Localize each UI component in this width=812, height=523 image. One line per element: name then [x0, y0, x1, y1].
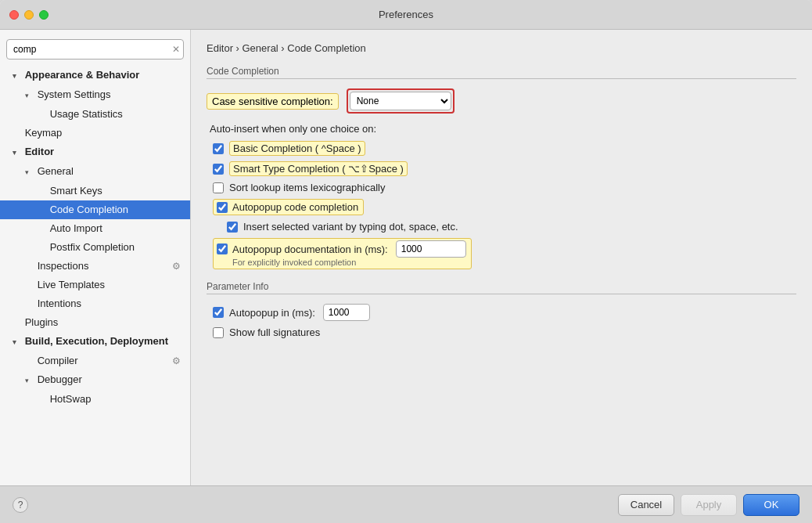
sidebar-item-label: Keymap	[25, 125, 63, 141]
case-sensitive-row: Case sensitive completion: None All Firs…	[207, 88, 796, 114]
ok-button[interactable]: OK	[743, 494, 799, 516]
sidebar-item-hotswap[interactable]: HotSwap	[0, 390, 190, 409]
param-autopopup-input[interactable]	[323, 304, 370, 321]
minimize-button[interactable]	[24, 10, 34, 20]
autopopup-doc-highlight: Autopopup documentation in (ms): For exp…	[213, 238, 472, 269]
basic-completion-checkbox[interactable]	[213, 143, 224, 154]
auto-insert-label: Auto-insert when only one choice on:	[207, 123, 796, 135]
sidebar-item-label: Auto Import	[50, 221, 102, 236]
sidebar-item-code-completion[interactable]: Code Completion	[0, 200, 190, 219]
sidebar-item-plugins[interactable]: Plugins	[0, 313, 190, 332]
autopopup-doc-checkbox[interactable]	[217, 243, 228, 254]
parameter-info-title: Parameter Info	[207, 281, 268, 292]
insert-selected-label: Insert selected variant by typing dot, s…	[243, 221, 458, 233]
show-full-signatures-row: Show full signatures	[207, 326, 796, 338]
sidebar-item-label: Intentions	[38, 296, 81, 312]
sidebar-item-compiler[interactable]: Compiler ⚙	[0, 352, 190, 370]
autopopup-row: Autopopup code completion	[207, 199, 796, 215]
autopopup-highlight-wrapper: Autopopup code completion	[213, 199, 364, 215]
case-sensitive-label: Case sensitive completion:	[207, 93, 339, 110]
expand-arrow: ▾	[13, 334, 22, 350]
parameter-info-section: Parameter Info	[207, 280, 796, 294]
content-area: Editor › General › Code Completion Code …	[191, 30, 812, 485]
gear-icon: ⚙	[172, 258, 181, 274]
expand-arrow: ▾	[13, 68, 22, 84]
sidebar-item-smart-keys[interactable]: Smart Keys	[0, 182, 190, 200]
code-completion-section-title: Code Completion	[207, 66, 279, 77]
sidebar-item-label: Compiler	[38, 353, 78, 369]
basic-completion-label: Basic Completion ( ^Space )	[229, 141, 365, 156]
sidebar-item-postfix-completion[interactable]: Postfix Completion	[0, 238, 190, 257]
expand-arrow: ▾	[25, 164, 34, 180]
sidebar: ✕ ▾ Appearance & Behavior ▾ System Setti…	[0, 30, 191, 485]
expand-arrow: ▾	[13, 145, 22, 161]
traffic-lights	[9, 10, 49, 20]
param-autopopup-label: Autopopup in (ms):	[229, 307, 315, 319]
autopopup-doc-inner: Autopopup documentation in (ms):	[217, 240, 466, 258]
sort-lookup-row: Sort lookup items lexicographically	[207, 182, 796, 193]
sidebar-item-label: System Settings	[38, 87, 111, 103]
sidebar-item-usage-statistics[interactable]: Usage Statistics	[0, 105, 190, 124]
sidebar-item-inspections[interactable]: Inspections ⚙	[0, 257, 190, 276]
expand-arrow: ▾	[25, 88, 34, 103]
sidebar-item-appearance-behavior[interactable]: ▾ Appearance & Behavior	[0, 66, 190, 85]
gear-icon: ⚙	[172, 353, 181, 369]
help-icon: ?	[18, 500, 23, 510]
apply-button[interactable]: Apply	[681, 494, 737, 516]
explicitly-invoked-label: For explicitly invoked completion	[232, 258, 356, 267]
sidebar-item-label: Live Templates	[38, 277, 105, 293]
sidebar-item-label: Inspections	[38, 258, 89, 274]
sidebar-item-label: Smart Keys	[50, 183, 102, 199]
sidebar-item-label: Appearance & Behavior	[25, 67, 140, 83]
sidebar-item-label: Usage Statistics	[50, 106, 123, 122]
sidebar-item-auto-import[interactable]: Auto Import	[0, 219, 190, 238]
main-content: ✕ ▾ Appearance & Behavior ▾ System Setti…	[0, 30, 812, 485]
autopopup-checkbox[interactable]	[217, 202, 228, 213]
close-button[interactable]	[9, 10, 19, 20]
maximize-button[interactable]	[39, 10, 49, 20]
search-box: ✕	[6, 39, 184, 60]
autopopup-label: Autopopup code completion	[232, 201, 358, 213]
footer: ? Cancel Apply OK	[0, 485, 812, 523]
autopopup-doc-label: Autopopup documentation in (ms):	[232, 243, 388, 255]
param-autopopup-checkbox[interactable]	[213, 307, 224, 318]
sidebar-item-system-settings[interactable]: ▾ System Settings	[0, 85, 190, 105]
sidebar-item-label: Plugins	[25, 315, 59, 330]
basic-completion-row: Basic Completion ( ^Space )	[207, 141, 796, 156]
sidebar-item-general[interactable]: ▾ General	[0, 162, 190, 182]
param-autopopup-row: Autopopup in (ms):	[207, 304, 796, 321]
case-sensitive-dropdown[interactable]: None All First letter	[350, 92, 451, 110]
smart-type-checkbox[interactable]	[213, 164, 224, 175]
sidebar-item-label: Build, Execution, Deployment	[25, 334, 168, 349]
smart-type-completion-row: Smart Type Completion ( ⌥⇧Space )	[207, 161, 796, 176]
sidebar-item-editor[interactable]: ▾ Editor	[0, 142, 190, 162]
search-clear-icon[interactable]: ✕	[172, 44, 180, 55]
preferences-window: Preferences ✕ ▾ Appearance & Behavior ▾ …	[0, 0, 812, 523]
autopopup-doc-input[interactable]	[396, 240, 466, 258]
sidebar-item-intentions[interactable]: Intentions	[0, 294, 190, 313]
cancel-button[interactable]: Cancel	[618, 494, 674, 516]
window-title: Preferences	[379, 9, 433, 20]
insert-selected-checkbox[interactable]	[227, 222, 238, 233]
sidebar-item-label: Editor	[25, 144, 55, 160]
sidebar-item-build-execution-deployment[interactable]: ▾ Build, Execution, Deployment	[0, 332, 190, 352]
sidebar-item-live-templates[interactable]: Live Templates	[0, 276, 190, 294]
breadcrumb: Editor › General › Code Completion	[207, 42, 796, 54]
sidebar-item-label: Code Completion	[50, 202, 128, 218]
search-input[interactable]	[6, 39, 184, 60]
sidebar-item-keymap[interactable]: Keymap	[0, 124, 190, 142]
case-sensitive-dropdown-wrapper: None All First letter	[347, 88, 455, 114]
sidebar-item-debugger[interactable]: ▾ Debugger	[0, 370, 190, 390]
show-full-signatures-checkbox[interactable]	[213, 327, 224, 338]
titlebar: Preferences	[0, 0, 812, 30]
insert-selected-row: Insert selected variant by typing dot, s…	[207, 221, 796, 233]
sidebar-item-label: HotSwap	[50, 391, 92, 407]
sort-lookup-checkbox[interactable]	[213, 182, 224, 193]
expand-arrow: ▾	[25, 373, 34, 388]
help-button[interactable]: ?	[13, 497, 28, 513]
sidebar-item-label: General	[38, 164, 74, 179]
autopopup-doc-row: Autopopup documentation in (ms): For exp…	[207, 238, 796, 269]
sidebar-item-label: Debugger	[38, 372, 82, 388]
auto-insert-text: Auto-insert when only one choice on:	[210, 123, 376, 135]
sidebar-item-label: Postfix Completion	[50, 240, 135, 255]
